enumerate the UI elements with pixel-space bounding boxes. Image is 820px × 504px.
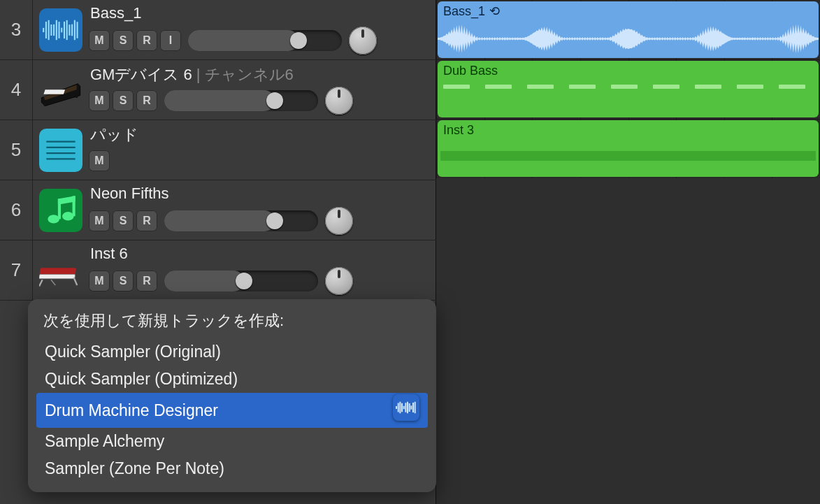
track-row[interactable]: 7 Inst 6MSR — [0, 240, 436, 301]
input-button[interactable]: I — [160, 30, 181, 51]
solo-button[interactable]: S — [113, 210, 134, 231]
popup-list: Quick Sampler (Original)Quick Sampler (O… — [36, 338, 428, 482]
pan-knob[interactable] — [325, 267, 353, 295]
pan-knob[interactable] — [325, 207, 353, 235]
popup-item[interactable]: Quick Sampler (Optimized) — [36, 366, 428, 393]
track-number: 7 — [0, 240, 33, 300]
midi-note — [779, 85, 805, 89]
popup-item[interactable]: Sample Alchemy — [36, 428, 428, 455]
midi-note — [485, 85, 512, 89]
track-icon[interactable] — [33, 0, 89, 59]
midi-note — [440, 151, 816, 161]
arrange-lane[interactable]: Inst 3 — [436, 119, 820, 179]
svg-line-33 — [39, 280, 43, 286]
track-number: 6 — [0, 180, 33, 240]
popup-item-label: Quick Sampler (Original) — [45, 343, 221, 361]
volume-slider[interactable] — [164, 271, 318, 291]
volume-slider[interactable] — [188, 30, 342, 51]
record-button[interactable]: R — [136, 210, 157, 231]
track-name[interactable]: Bass_1 — [90, 4, 141, 22]
arrange-area[interactable]: Bass_1⟲Dub BassInst 3 — [436, 0, 820, 504]
popup-item-label: Drum Machine Designer — [45, 401, 218, 420]
track-name[interactable]: GMデバイス 6 — [90, 64, 192, 85]
solo-button[interactable]: S — [113, 30, 134, 51]
mute-button[interactable]: M — [89, 271, 110, 291]
track-number: 4 — [0, 60, 33, 120]
popup-title: 次を使用して新規トラックを作成: — [36, 308, 428, 338]
midi-note — [653, 85, 679, 89]
popup-item-label: Quick Sampler (Optimized) — [45, 370, 238, 389]
loop-icon: ⟲ — [489, 3, 500, 19]
record-button[interactable]: R — [136, 271, 157, 291]
region[interactable]: Dub Bass — [438, 61, 819, 117]
volume-slider[interactable] — [164, 210, 318, 231]
record-button[interactable]: R — [136, 90, 157, 111]
track-name[interactable]: パッド — [90, 124, 138, 145]
waveform-icon — [438, 20, 819, 58]
svg-line-34 — [74, 278, 78, 285]
popup-item-label: Sampler (Zone Per Note) — [45, 459, 224, 478]
mute-button[interactable]: M — [89, 210, 110, 231]
region-name: Bass_1 — [443, 4, 485, 19]
arrange-lane[interactable]: Dub Bass — [436, 59, 820, 120]
solo-button[interactable]: S — [113, 90, 134, 111]
track-number: 5 — [0, 120, 33, 180]
volume-slider[interactable] — [164, 90, 318, 111]
track-name-separator: | — [196, 66, 201, 84]
midi-note — [695, 85, 721, 89]
track-icon[interactable] — [33, 180, 89, 240]
svg-rect-17 — [43, 89, 65, 94]
popup-item[interactable]: Drum Machine Designer — [36, 393, 428, 428]
record-button[interactable]: R — [136, 30, 157, 51]
region-name: Dub Bass — [443, 64, 498, 78]
midi-note — [527, 85, 554, 89]
region[interactable]: Inst 3 — [438, 120, 819, 177]
pan-knob[interactable] — [325, 87, 353, 115]
svg-rect-18 — [44, 101, 46, 106]
mute-button[interactable]: M — [89, 90, 110, 111]
track-number: 3 — [0, 0, 33, 59]
track-name[interactable]: Inst 6 — [90, 245, 128, 263]
svg-line-35 — [51, 280, 55, 285]
mute-button[interactable]: M — [89, 30, 110, 51]
pan-knob[interactable] — [349, 27, 377, 55]
arrange-lane[interactable]: Bass_1⟲ — [436, 0, 820, 60]
track-row[interactable]: 6 Neon FifthsMSR — [0, 180, 436, 240]
solo-button[interactable]: S — [113, 271, 134, 291]
svg-point-27 — [62, 212, 74, 220]
popup-item[interactable]: Quick Sampler (Original) — [36, 338, 428, 366]
track-row[interactable]: 5 パッドM — [0, 120, 436, 180]
svg-rect-19 — [75, 94, 78, 99]
popup-item-label: Sample Alchemy — [45, 432, 164, 451]
track-channel: チャンネル6 — [205, 64, 294, 85]
svg-point-26 — [48, 215, 59, 223]
region-name: Inst 3 — [443, 123, 474, 138]
track-icon[interactable] — [33, 60, 89, 120]
track-row[interactable]: 3 Bass_1MSRI — [0, 0, 436, 60]
midi-note — [569, 85, 596, 89]
arrange-empty-area[interactable] — [436, 178, 820, 504]
new-track-popup: 次を使用して新規トラックを作成: Quick Sampler (Original… — [28, 299, 436, 492]
region[interactable]: Bass_1⟲ — [438, 1, 819, 58]
track-name[interactable]: Neon Fifths — [90, 185, 169, 203]
track-row[interactable]: 4 GMデバイス 6|チャンネル6MSR — [0, 60, 436, 120]
midi-note — [737, 85, 763, 89]
popup-item[interactable]: Sampler (Zone Per Note) — [36, 455, 428, 482]
drag-chip-icon[interactable] — [393, 394, 419, 421]
svg-rect-20 — [39, 129, 82, 172]
midi-note — [611, 85, 638, 89]
mute-button[interactable]: M — [89, 150, 110, 171]
track-icon[interactable] — [33, 120, 89, 180]
track-icon[interactable] — [33, 240, 89, 300]
svg-rect-31 — [39, 275, 75, 279]
midi-note — [443, 85, 470, 89]
